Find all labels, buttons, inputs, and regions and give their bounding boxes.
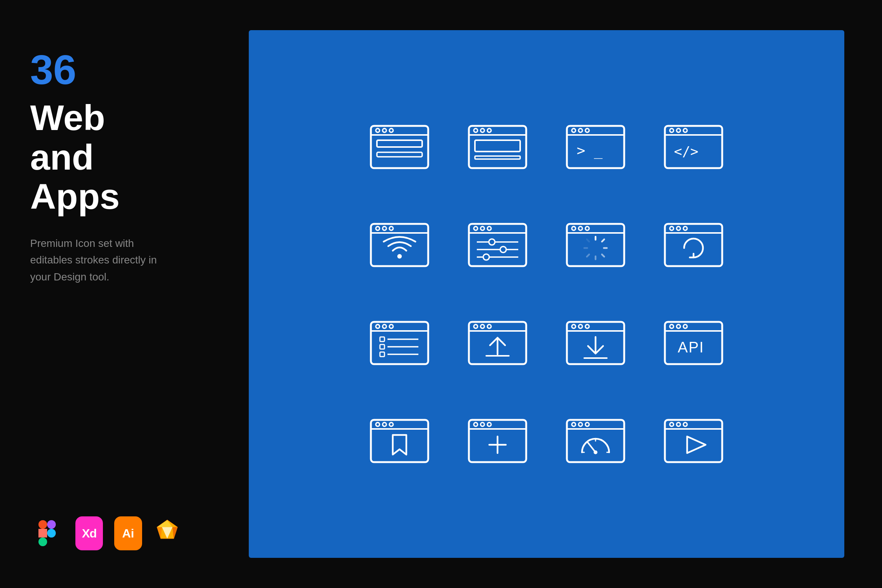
- sketch-tool-icon: [153, 516, 181, 550]
- svg-point-17: [389, 129, 393, 132]
- icon-cell-browser-list: [358, 302, 441, 384]
- svg-rect-25: [475, 140, 520, 152]
- svg-point-31: [585, 129, 589, 132]
- svg-point-24: [487, 129, 491, 132]
- svg-rect-74: [371, 322, 428, 364]
- svg-rect-69: [665, 224, 722, 266]
- svg-point-73: [683, 227, 687, 230]
- svg-point-51: [489, 239, 495, 245]
- svg-line-123: [587, 442, 596, 452]
- svg-text:API: API: [678, 339, 704, 355]
- svg-rect-2: [38, 537, 47, 546]
- svg-point-121: [585, 423, 589, 426]
- svg-marker-132: [687, 436, 706, 453]
- svg-rect-0: [38, 520, 47, 529]
- icon-cell-browser-navbar: [358, 106, 441, 188]
- svg-point-101: [670, 325, 674, 328]
- svg-point-77: [383, 325, 386, 328]
- svg-point-88: [481, 325, 484, 328]
- svg-point-76: [376, 325, 380, 328]
- svg-rect-45: [469, 224, 526, 266]
- tool-icons-row: Xd Ai: [30, 516, 181, 558]
- svg-point-15: [376, 129, 380, 132]
- svg-point-29: [572, 129, 576, 132]
- svg-point-113: [481, 423, 484, 426]
- svg-point-119: [572, 423, 576, 426]
- svg-point-103: [683, 325, 687, 328]
- svg-point-58: [572, 227, 576, 230]
- icon-cell-browser-wifi: [358, 204, 441, 286]
- svg-rect-79: [380, 337, 384, 341]
- svg-point-23: [481, 129, 484, 132]
- svg-line-64: [602, 254, 604, 257]
- svg-point-22: [474, 129, 478, 132]
- svg-point-43: [389, 227, 393, 230]
- icon-cell-browser-settings: [456, 204, 539, 286]
- svg-point-94: [572, 325, 576, 328]
- svg-line-68: [587, 239, 589, 242]
- icon-cell-browser-loading: [554, 204, 637, 286]
- icon-cell-browser-header: [456, 106, 539, 188]
- left-content: 36 Web and Apps Premium Icon set with ed…: [30, 49, 181, 286]
- svg-point-107: [376, 423, 380, 426]
- svg-point-89: [487, 325, 491, 328]
- svg-point-131: [683, 423, 687, 426]
- svg-point-87: [474, 325, 478, 328]
- icon-cell-browser-upload: [456, 302, 539, 384]
- svg-point-41: [376, 227, 380, 230]
- svg-point-36: [677, 129, 680, 132]
- right-panel: > _ </>: [211, 0, 882, 588]
- svg-rect-1: [38, 529, 47, 537]
- svg-point-72: [677, 227, 680, 230]
- svg-point-47: [474, 227, 478, 230]
- svg-line-62: [602, 239, 604, 242]
- figma-tool-icon: [30, 516, 64, 550]
- svg-point-49: [487, 227, 491, 230]
- svg-point-96: [585, 325, 589, 328]
- icon-cell-browser-code: </>: [652, 106, 735, 188]
- svg-point-109: [389, 423, 393, 426]
- svg-rect-83: [380, 352, 384, 357]
- svg-rect-3: [47, 520, 56, 529]
- svg-rect-19: [377, 152, 422, 157]
- icon-grid: > _ </>: [335, 83, 758, 505]
- svg-point-37: [683, 129, 687, 132]
- svg-point-59: [579, 227, 582, 230]
- svg-point-53: [500, 247, 506, 253]
- svg-point-112: [474, 423, 478, 426]
- icon-cell-browser-download: [554, 302, 637, 384]
- svg-rect-81: [380, 345, 384, 349]
- svg-rect-39: [371, 224, 428, 266]
- svg-point-114: [487, 423, 491, 426]
- svg-line-66: [587, 254, 589, 257]
- svg-point-129: [670, 423, 674, 426]
- svg-point-30: [579, 129, 582, 132]
- page-description: Premium Icon set with editables strokes …: [30, 235, 173, 286]
- svg-point-35: [670, 129, 674, 132]
- svg-point-130: [677, 423, 680, 426]
- blue-canvas: > _ </>: [249, 30, 844, 558]
- left-panel: 36 Web and Apps Premium Icon set with ed…: [0, 0, 211, 588]
- svg-point-78: [389, 325, 393, 328]
- svg-point-16: [383, 129, 386, 132]
- svg-point-102: [677, 325, 680, 328]
- xd-tool-icon: Xd: [75, 516, 103, 550]
- icon-cell-browser-terminal: > _: [554, 106, 637, 188]
- svg-point-95: [579, 325, 582, 328]
- svg-point-60: [585, 227, 589, 230]
- svg-text:> _: > _: [577, 142, 603, 159]
- svg-point-42: [383, 227, 386, 230]
- svg-point-44: [397, 254, 402, 259]
- svg-point-71: [670, 227, 674, 230]
- svg-rect-20: [469, 126, 526, 168]
- icon-cell-browser-add: [456, 400, 539, 482]
- icon-cell-browser-play: [652, 400, 735, 482]
- icon-cell-browser-api: API: [652, 302, 735, 384]
- icon-count: 36: [30, 49, 181, 90]
- svg-text:</>: </>: [674, 144, 698, 159]
- svg-rect-26: [475, 156, 520, 159]
- icon-cell-browser-bookmark: [358, 400, 441, 482]
- icon-cell-browser-dashboard: [554, 400, 637, 482]
- icon-cell-browser-refresh: [652, 204, 735, 286]
- ai-tool-icon: Ai: [114, 516, 142, 550]
